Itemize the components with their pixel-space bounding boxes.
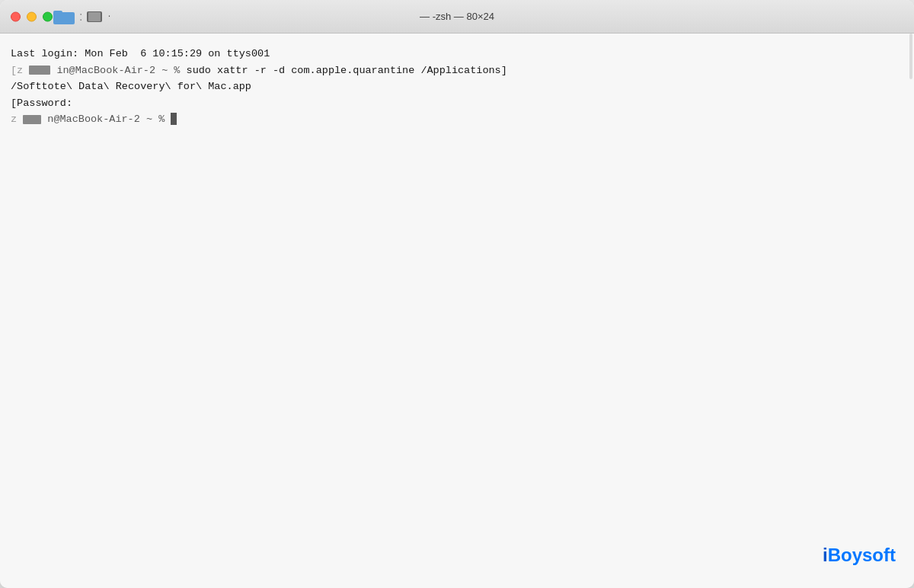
command-line-1: [z in@MacBook-Air-2 ~ % sudo xattr -r -d…	[11, 62, 903, 79]
hostname-1: in@MacBook-Air-2 ~ %	[50, 65, 186, 76]
maximize-button[interactable]	[43, 11, 53, 21]
title-bar: : · — -zsh — 80×24	[0, 0, 914, 34]
separator: :	[79, 10, 82, 24]
title-bar-icons: : ·	[53, 9, 111, 24]
logo-i: i	[823, 545, 828, 565]
password-line: [Password:	[11, 95, 903, 112]
iboysoft-logo: iBoysoft	[823, 541, 896, 570]
scrollbar-track[interactable]	[908, 34, 914, 588]
login-line: Last login: Mon Feb 6 10:15:29 on ttys00…	[11, 46, 903, 62]
svg-rect-1	[53, 11, 62, 15]
cursor	[171, 113, 177, 125]
prompt-bracket: [z	[11, 65, 29, 76]
terminal-body[interactable]: Last login: Mon Feb 6 10:15:29 on ttys00…	[0, 34, 914, 588]
command-1: sudo xattr -r -d com.apple.quarantine /A…	[187, 65, 507, 76]
masked-user-1	[29, 66, 50, 75]
window-title: — -zsh — 80×24	[420, 11, 494, 22]
logo-boysoft: Boysoft	[828, 545, 896, 565]
terminal-window: : · — -zsh — 80×24 Last login: Mon Feb 6…	[0, 0, 914, 588]
prompt-prefix-2: z	[11, 113, 23, 125]
dot: ·	[107, 13, 111, 21]
scrollbar-thumb[interactable]	[909, 34, 912, 79]
traffic-lights	[11, 11, 53, 21]
continuation-line: /Softtote\ Data\ Recovery\ for\ Mac.app	[11, 78, 903, 95]
prompt-line: z n@MacBook-Air-2 ~ %	[11, 111, 903, 128]
hostname-2: n@MacBook-Air-2 ~ %	[41, 113, 171, 125]
close-button[interactable]	[11, 11, 21, 21]
masked-user-2	[23, 115, 41, 124]
title-center: — -zsh — 80×24	[420, 11, 494, 22]
folder-icon	[53, 9, 75, 24]
minimize-button[interactable]	[27, 11, 37, 21]
tab-thumbnail	[87, 11, 102, 22]
